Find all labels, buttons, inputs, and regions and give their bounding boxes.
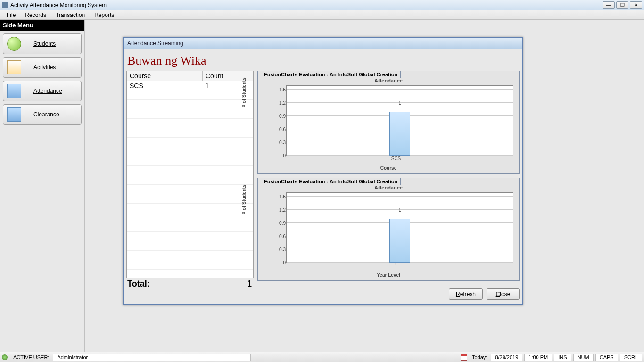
sidebar-item-clearance[interactable]: Clearance (3, 104, 82, 125)
table-row-empty (127, 119, 253, 128)
time-value: 1:00 PM (524, 354, 552, 361)
attendance-icon (7, 84, 21, 98)
side-menu-header: Side Menu (0, 20, 84, 31)
attendance-streaming-window: Attendance Streaming Buwan ng Wika Cours… (123, 37, 523, 305)
students-icon (7, 37, 21, 51)
date-value: 8/29/2019 (491, 354, 522, 361)
sidebar-item-label: Students (33, 41, 56, 47)
plot-area: 00.30.60.91.21.51 (286, 192, 513, 263)
y-tick: 0.9 (274, 221, 286, 226)
x-axis-label: Course (262, 165, 515, 171)
table-row-empty (127, 147, 253, 156)
chart-year-level: FusionCharts Evaluation - An InfoSoft Gl… (257, 178, 520, 281)
clearance-icon (7, 107, 21, 122)
total-label: Total: (127, 279, 150, 289)
y-tick: 0.3 (274, 140, 286, 145)
table-row-empty (127, 251, 253, 260)
y-tick: 0.3 (274, 247, 286, 252)
cell-course: SCS (127, 81, 203, 90)
table-row-empty (127, 204, 253, 213)
calendar-icon (461, 354, 467, 361)
num-indicator: NUM (573, 354, 594, 361)
sidebar-item-activities[interactable]: Activities (3, 57, 82, 78)
menu-reports[interactable]: Reports (90, 11, 119, 19)
y-tick: 1.5 (274, 87, 286, 92)
table-row-empty (127, 109, 253, 119)
event-title: Buwan ng Wika (126, 52, 520, 71)
minimize-button[interactable]: — (603, 1, 615, 9)
side-menu: Side Menu Students Activities Attendance… (0, 20, 85, 352)
table-row-empty (127, 100, 253, 109)
table-row-empty (127, 138, 253, 147)
table-row[interactable]: SCS1 (127, 81, 253, 90)
table-row-empty (127, 90, 253, 100)
today-label: Today: (470, 354, 489, 360)
menu-transaction[interactable]: Transaction (51, 11, 90, 19)
x-tick: SCS (391, 156, 401, 161)
menu-records[interactable]: Records (20, 11, 51, 19)
table-row-empty (127, 185, 253, 194)
caps-indicator: CAPS (595, 354, 618, 361)
bar-value-label: 1 (398, 100, 401, 106)
statusbar: ACTIVE USER: Administrator Today: 8/29/2… (0, 352, 644, 362)
bar (389, 219, 410, 263)
total-row: Total: 1 (126, 278, 254, 289)
active-user-value: Administrator (53, 354, 251, 361)
table-row-empty (127, 175, 253, 185)
y-tick: 1.2 (274, 207, 286, 213)
y-axis-label: # of Students (241, 64, 247, 121)
main-area: Side Menu Students Activities Attendance… (0, 20, 644, 352)
chart-title: Attendance (262, 185, 515, 190)
bar-value-label: 1 (398, 207, 401, 213)
titlebar: Activity Attendance Monitoring System — … (0, 0, 644, 10)
sidebar-item-students[interactable]: Students (3, 33, 82, 54)
y-tick: 0.6 (274, 127, 286, 132)
chart-eval-label: FusionCharts Evaluation - An InfoSoft Gl… (261, 71, 401, 78)
menubar: File Records Transaction Reports (0, 10, 644, 20)
active-user-label: ACTIVE USER: (11, 354, 51, 360)
activities-icon (7, 60, 21, 74)
refresh-button[interactable]: Refresh (449, 288, 483, 300)
chart-course: FusionCharts Evaluation - An InfoSoft Gl… (257, 71, 520, 174)
attendance-table: Course Count SCS1 (126, 71, 254, 278)
scrl-indicator: SCRL (620, 354, 642, 361)
app-icon (2, 2, 8, 8)
y-tick: 0.6 (274, 234, 286, 239)
chart-eval-label: FusionCharts Evaluation - An InfoSoft Gl… (261, 178, 401, 185)
sidebar-item-attendance[interactable]: Attendance (3, 81, 82, 101)
bar (389, 112, 410, 156)
table-row-empty (127, 232, 253, 241)
table-row-empty (127, 222, 253, 232)
content-area: Attendance Streaming Buwan ng Wika Cours… (85, 20, 644, 352)
user-icon (2, 354, 8, 360)
table-row-empty (127, 128, 253, 138)
y-axis-label: # of Students (241, 171, 247, 228)
total-value: 1 (247, 279, 252, 289)
y-tick: 1.2 (274, 100, 286, 106)
sidebar-item-label: Activities (33, 64, 56, 71)
x-tick: 1 (395, 263, 397, 268)
close-button[interactable]: Close (487, 288, 520, 300)
table-row-empty (127, 194, 253, 204)
table-row-empty (127, 166, 253, 175)
inner-window-title: Attendance Streaming (124, 38, 522, 49)
table-row-empty (127, 241, 253, 251)
table-row-empty (127, 260, 253, 270)
plot-area: 00.30.60.91.21.51 (286, 85, 513, 156)
table-row-empty (127, 156, 253, 166)
ins-indicator: INS (554, 354, 571, 361)
sidebar-item-label: Attendance (33, 88, 62, 94)
y-tick: 0.9 (274, 114, 286, 119)
close-window-button[interactable]: ✕ (630, 1, 642, 9)
col-course[interactable]: Course (127, 71, 203, 81)
menu-file[interactable]: File (2, 11, 20, 19)
window-title: Activity Attendance Monitoring System (10, 2, 107, 8)
x-axis-label: Year Level (262, 272, 515, 278)
window-controls: — ❐ ✕ (603, 1, 642, 9)
table-row-empty (127, 213, 253, 222)
chart-title: Attendance (262, 78, 515, 83)
sidebar-item-label: Clearance (33, 111, 59, 118)
y-tick: 1.5 (274, 194, 286, 199)
maximize-button[interactable]: ❐ (616, 1, 628, 9)
